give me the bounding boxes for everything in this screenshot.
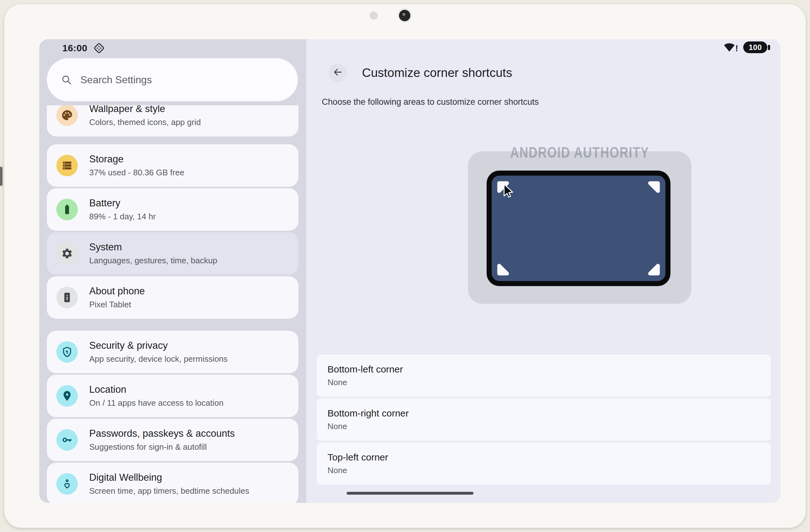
gesture-navigation-handle[interactable] xyxy=(346,492,473,495)
mini-tablet-screen xyxy=(492,176,665,281)
option-value: None xyxy=(327,377,760,387)
setting-subtitle: Colors, themed icons, app grid xyxy=(89,117,201,128)
sidebar-item-location[interactable]: Location On / 11 apps have access to loc… xyxy=(47,375,298,417)
screenshot-root: 16:00 xyxy=(0,0,810,532)
sidebar-item-storage[interactable]: Storage 37% used - 80.36 GB free xyxy=(47,144,298,187)
corner-triangle-bottom-left-icon xyxy=(495,261,512,278)
corner-triangle-bottom-right-icon xyxy=(645,261,662,278)
setting-subtitle: 37% used - 80.36 GB free xyxy=(89,167,184,178)
option-value: None xyxy=(327,466,760,475)
search-icon xyxy=(61,74,72,85)
battery-percent: 100 xyxy=(743,42,767,53)
back-button[interactable] xyxy=(328,64,347,82)
sidebar-item-wallpaper-style[interactable]: Wallpaper & style Colors, themed icons, … xyxy=(47,106,298,136)
setting-title: Wallpaper & style xyxy=(89,106,201,115)
status-bar-left: 16:00 xyxy=(62,42,105,54)
corner-triangle-top-right-icon xyxy=(645,179,662,196)
clock: 16:00 xyxy=(62,43,87,53)
tablet-screen: 16:00 xyxy=(39,39,781,503)
storage-icon xyxy=(56,155,78,176)
phone-info-icon xyxy=(56,287,78,308)
option-label: Bottom-left corner xyxy=(327,364,760,375)
setting-title: Storage xyxy=(89,153,184,165)
watermark-text: ANDROID AUTHORITY xyxy=(490,144,669,161)
page-description: Choose the following areas to customize … xyxy=(322,97,539,107)
setting-subtitle: Pixel Tablet xyxy=(89,300,145,310)
option-top-left-corner[interactable]: Top-left corner None xyxy=(317,442,771,485)
sidebar-item-battery[interactable]: Battery 89% - 1 day, 14 hr xyxy=(47,188,298,231)
mouse-cursor-icon xyxy=(500,182,515,198)
setting-title: Digital Wellbeing xyxy=(89,471,249,484)
setting-subtitle: Suggestions for sign-in & autofill xyxy=(89,442,235,452)
option-bottom-right-corner[interactable]: Bottom-right corner None xyxy=(317,399,771,441)
setting-title: Location xyxy=(89,384,223,396)
battery-icon xyxy=(56,199,78,220)
setting-title: System xyxy=(89,241,217,253)
page-title: Customize corner shortcuts xyxy=(362,64,512,82)
location-pin-icon xyxy=(56,385,78,407)
setting-subtitle: Languages, gestures, time, backup xyxy=(89,255,217,266)
sidebar-item-security-privacy[interactable]: Security & privacy App security, device … xyxy=(47,331,298,373)
sidebar-item-digital-wellbeing[interactable]: Digital Wellbeing Screen time, app timer… xyxy=(47,463,298,503)
option-value: None xyxy=(327,421,760,431)
back-arrow-icon xyxy=(332,67,343,79)
setting-subtitle: Screen time, app timers, bedtime schedul… xyxy=(89,486,249,496)
setting-title: Battery xyxy=(89,197,156,209)
mini-tablet-graphic xyxy=(487,171,670,286)
search-placeholder: Search Settings xyxy=(80,74,152,86)
settings-list: Wallpaper & style Colors, themed icons, … xyxy=(47,106,298,503)
option-label: Top-left corner xyxy=(327,452,760,463)
setting-subtitle: On / 11 apps have access to location xyxy=(89,398,223,408)
search-input[interactable]: Search Settings xyxy=(47,58,298,101)
side-button xyxy=(0,167,2,186)
settings-sidebar: 16:00 xyxy=(39,39,306,503)
option-bottom-left-corner[interactable]: Bottom-left corner None xyxy=(317,354,771,397)
battery-status-icon: 100 xyxy=(743,42,770,53)
corner-options-list: Bottom-left corner None Bottom-right cor… xyxy=(317,354,771,486)
detail-panel: ! 100 Customize corner shortcuts Ch xyxy=(306,39,781,503)
setting-subtitle: App security, device lock, permissions xyxy=(89,354,227,364)
corner-shortcuts-illustration xyxy=(468,151,691,304)
status-bar-right: ! 100 xyxy=(724,42,770,53)
shield-icon xyxy=(56,341,78,363)
sidebar-item-passwords-accounts[interactable]: Passwords, passkeys & accounts Suggestio… xyxy=(47,419,298,461)
key-icon xyxy=(56,429,78,451)
gear-icon xyxy=(56,243,78,264)
palette-icon xyxy=(56,106,78,126)
wifi-alert-icon: ! xyxy=(724,42,738,53)
notification-diamond-icon xyxy=(93,42,105,54)
setting-subtitle: 89% - 1 day, 14 hr xyxy=(89,211,156,222)
option-label: Bottom-right corner xyxy=(327,408,760,419)
sidebar-item-system[interactable]: System Languages, gestures, time, backup xyxy=(47,232,298,275)
setting-title: About phone xyxy=(89,285,145,297)
sidebar-item-about-phone[interactable]: About phone Pixel Tablet xyxy=(47,276,298,319)
setting-title: Security & privacy xyxy=(89,340,227,352)
setting-title: Passwords, passkeys & accounts xyxy=(89,428,235,439)
wellbeing-icon xyxy=(56,473,78,495)
